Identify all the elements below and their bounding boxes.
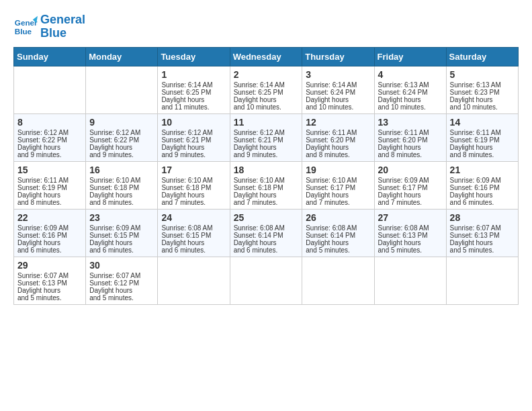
daylight-label: Daylight hours — [450, 144, 493, 151]
sunrise-text: Sunrise: 6:10 AM — [161, 177, 212, 184]
daylight-label: Daylight hours — [378, 144, 421, 151]
day-number: 16 — [89, 165, 154, 175]
daylight-duration: and 10 minutes. — [450, 103, 498, 111]
calendar-cell: 12 Sunrise: 6:11 AM Sunset: 6:20 PM Dayl… — [302, 113, 374, 161]
calendar-cell: 29 Sunrise: 6:07 AM Sunset: 6:13 PM Dayl… — [14, 257, 86, 304]
calendar-cell — [158, 257, 230, 304]
calendar-cell — [446, 257, 518, 304]
sunset-text: Sunset: 6:13 PM — [378, 232, 428, 239]
daylight-duration: and 6 minutes. — [450, 199, 494, 206]
sunset-text: Sunset: 6:21 PM — [161, 136, 211, 144]
weekday-header-wednesday: Wednesday — [230, 47, 302, 66]
daylight-label: Daylight hours — [378, 191, 421, 199]
daylight-label: Daylight hours — [161, 144, 204, 151]
sunset-text: Sunset: 6:13 PM — [17, 279, 67, 287]
day-number: 26 — [306, 212, 370, 223]
calendar-week-row: 8 Sunrise: 6:12 AM Sunset: 6:22 PM Dayli… — [14, 113, 519, 161]
sunrise-text: Sunrise: 6:07 AM — [17, 272, 69, 279]
sunrise-text: Sunrise: 6:08 AM — [306, 224, 357, 232]
sunset-text: Sunset: 6:19 PM — [450, 136, 500, 144]
daylight-duration: and 6 minutes. — [17, 246, 62, 254]
daylight-label: Daylight hours — [306, 144, 349, 151]
calendar-cell: 20 Sunrise: 6:09 AM Sunset: 6:17 PM Dayl… — [374, 161, 446, 209]
sunset-text: Sunset: 6:12 PM — [89, 279, 139, 287]
daylight-duration: and 10 minutes. — [306, 103, 353, 111]
sunset-text: Sunset: 6:18 PM — [89, 184, 139, 191]
sunset-text: Sunset: 6:23 PM — [450, 89, 500, 96]
day-number: 3 — [306, 69, 370, 80]
daylight-label: Daylight hours — [234, 191, 277, 199]
sunset-text: Sunset: 6:20 PM — [378, 136, 428, 144]
day-number: 22 — [17, 212, 82, 223]
calendar-cell: 11 Sunrise: 6:12 AM Sunset: 6:21 PM Dayl… — [230, 113, 302, 161]
daylight-duration: and 10 minutes. — [378, 103, 426, 111]
logo-text-general: General — [40, 13, 85, 27]
daylight-duration: and 7 minutes. — [306, 199, 350, 206]
day-number: 27 — [378, 212, 443, 223]
calendar-cell: 16 Sunrise: 6:10 AM Sunset: 6:18 PM Dayl… — [86, 161, 158, 209]
daylight-label: Daylight hours — [450, 191, 493, 199]
daylight-duration: and 6 minutes. — [161, 246, 206, 254]
day-number: 30 — [89, 260, 154, 271]
day-number: 29 — [17, 260, 82, 271]
sunrise-text: Sunrise: 6:09 AM — [89, 224, 140, 232]
calendar-cell: 8 Sunrise: 6:12 AM Sunset: 6:22 PM Dayli… — [14, 113, 86, 161]
logo: General Blue General Blue — [13, 13, 85, 40]
daylight-label: Daylight hours — [89, 144, 132, 151]
daylight-duration: and 5 minutes. — [17, 294, 62, 302]
sunset-text: Sunset: 6:25 PM — [234, 89, 283, 96]
calendar-week-row: 29 Sunrise: 6:07 AM Sunset: 6:13 PM Dayl… — [14, 257, 519, 304]
sunrise-text: Sunrise: 6:08 AM — [378, 224, 429, 232]
calendar-cell: 5 Sunrise: 6:13 AM Sunset: 6:23 PM Dayli… — [446, 66, 518, 113]
day-number: 18 — [234, 165, 299, 175]
sunrise-text: Sunrise: 6:09 AM — [378, 177, 429, 184]
weekday-header-friday: Friday — [374, 47, 446, 66]
daylight-duration: and 9 minutes. — [17, 151, 62, 158]
sunset-text: Sunset: 6:19 PM — [17, 184, 67, 191]
sunrise-text: Sunrise: 6:11 AM — [17, 177, 69, 184]
calendar-cell: 22 Sunrise: 6:09 AM Sunset: 6:16 PM Dayl… — [14, 209, 86, 257]
calendar-cell: 26 Sunrise: 6:08 AM Sunset: 6:14 PM Dayl… — [302, 209, 374, 257]
sunset-text: Sunset: 6:20 PM — [306, 136, 355, 144]
day-number: 19 — [306, 165, 370, 175]
sunrise-text: Sunrise: 6:07 AM — [450, 224, 501, 232]
calendar-cell: 18 Sunrise: 6:10 AM Sunset: 6:18 PM Dayl… — [230, 161, 302, 209]
daylight-label: Daylight hours — [89, 287, 132, 294]
sunrise-text: Sunrise: 6:09 AM — [450, 177, 501, 184]
daylight-duration: and 6 minutes. — [89, 246, 134, 254]
day-number: 4 — [378, 69, 443, 80]
sunset-text: Sunset: 6:24 PM — [306, 89, 355, 96]
sunset-text: Sunset: 6:18 PM — [161, 184, 211, 191]
day-number: 10 — [161, 117, 226, 128]
sunrise-text: Sunrise: 6:10 AM — [89, 177, 140, 184]
daylight-label: Daylight hours — [17, 287, 60, 294]
calendar-cell — [86, 66, 158, 113]
sunrise-text: Sunrise: 6:08 AM — [161, 224, 212, 232]
daylight-duration: and 8 minutes. — [450, 151, 494, 158]
calendar-cell: 25 Sunrise: 6:08 AM Sunset: 6:14 PM Dayl… — [230, 209, 302, 257]
sunrise-text: Sunrise: 6:11 AM — [306, 129, 357, 136]
daylight-label: Daylight hours — [234, 239, 277, 246]
sunrise-text: Sunrise: 6:14 AM — [161, 81, 212, 89]
calendar-cell: 14 Sunrise: 6:11 AM Sunset: 6:19 PM Dayl… — [446, 113, 518, 161]
daylight-label: Daylight hours — [450, 239, 493, 246]
calendar-table: SundayMondayTuesdayWednesdayThursdayFrid… — [13, 47, 519, 305]
day-number: 24 — [161, 212, 226, 223]
daylight-label: Daylight hours — [450, 96, 493, 103]
daylight-label: Daylight hours — [161, 191, 204, 199]
daylight-label: Daylight hours — [234, 96, 277, 103]
calendar-cell: 28 Sunrise: 6:07 AM Sunset: 6:13 PM Dayl… — [446, 209, 518, 257]
calendar-cell: 2 Sunrise: 6:14 AM Sunset: 6:25 PM Dayli… — [230, 66, 302, 113]
daylight-label: Daylight hours — [306, 239, 349, 246]
sunset-text: Sunset: 6:22 PM — [17, 136, 67, 144]
daylight-duration: and 9 minutes. — [234, 151, 278, 158]
sunset-text: Sunset: 6:14 PM — [306, 232, 355, 239]
daylight-label: Daylight hours — [234, 144, 277, 151]
sunset-text: Sunset: 6:24 PM — [378, 89, 428, 96]
sunrise-text: Sunrise: 6:12 AM — [17, 129, 69, 136]
calendar-cell — [374, 257, 446, 304]
daylight-label: Daylight hours — [17, 144, 60, 151]
day-number: 28 — [450, 212, 515, 223]
weekday-header-thursday: Thursday — [302, 47, 374, 66]
sunset-text: Sunset: 6:14 PM — [234, 232, 283, 239]
